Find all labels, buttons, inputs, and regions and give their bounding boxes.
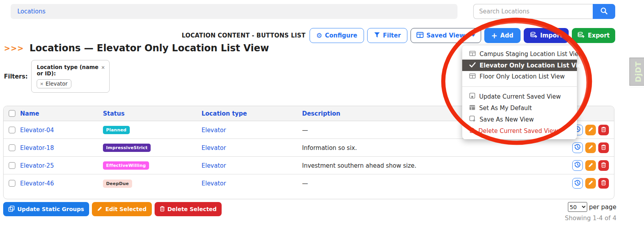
location-name-link[interactable]: Elevator-18 [20, 144, 54, 152]
history-button[interactable] [572, 178, 583, 189]
delete-selected-button[interactable]: Delete Selected [155, 202, 222, 216]
location-type-link[interactable]: Elevator [202, 127, 226, 134]
status-badge: Planned [103, 126, 130, 134]
update-static-groups-label: Update Static Groups [17, 206, 84, 212]
menu-item-save-as-new-view[interactable]: Save As New View [462, 114, 577, 125]
status-badge: ImpressiveStrict [103, 144, 151, 152]
toolbar-context-label: LOCATION CONTENT - BUTTONS LIST [182, 32, 306, 39]
menu-item-label: Save As New View [480, 116, 534, 123]
status-badge: DeepDue [103, 180, 132, 188]
table-row: Elevator-46 DeepDue Elevator — [4, 174, 614, 192]
history-icon [574, 180, 581, 187]
saved-views-button[interactable]: Saved Views [411, 28, 481, 43]
menu-item-label: Campus Staging Location List View [480, 51, 583, 58]
location-name-link[interactable]: Elevator-04 [20, 127, 54, 134]
location-name-link[interactable]: Elevator-46 [20, 180, 54, 187]
table-layout-icon [469, 51, 476, 58]
export-button[interactable]: Export [572, 28, 615, 43]
delete-button[interactable] [598, 178, 609, 189]
menu-item-set-as-default[interactable]: Set As My Default [462, 102, 577, 114]
trash-icon [601, 180, 606, 187]
location-type-link[interactable]: Elevator [202, 162, 226, 169]
per-page-select[interactable]: 50 [568, 202, 587, 212]
menu-item-label: Floor Only Location List View [480, 73, 565, 80]
column-header-location-type[interactable]: Location type [202, 110, 247, 117]
edit-button[interactable] [585, 160, 596, 171]
per-page-label: per page [589, 204, 616, 211]
history-button[interactable] [572, 142, 583, 153]
debug-toolbar-handle[interactable]: DjDT [629, 58, 644, 86]
add-button[interactable]: + Add [484, 28, 521, 43]
chevrons-icon: >>> [4, 44, 24, 52]
column-header-description[interactable]: Description [302, 110, 340, 117]
location-name-link[interactable]: Elevator-25 [20, 162, 54, 169]
filter-group-remove-icon[interactable]: × [101, 65, 105, 70]
description-text: Investment southern ahead show size. [302, 162, 416, 169]
delete-button[interactable] [598, 160, 609, 171]
edit-selected-button[interactable]: Edit Selected [92, 202, 151, 216]
import-button[interactable]: Import [524, 28, 569, 43]
menu-item-floor-only-view[interactable]: Floor Only Location List View [462, 71, 577, 82]
description-text: Information so six. [302, 144, 357, 152]
history-button[interactable] [572, 160, 583, 171]
export-label: Export [588, 32, 610, 39]
breadcrumb-locations-link[interactable]: Locations [17, 8, 45, 15]
search-input[interactable] [473, 4, 593, 19]
trash-icon [601, 144, 606, 151]
edit-button[interactable] [585, 178, 596, 189]
menu-item-elevator-only-view[interactable]: Elevator Only Location List View [462, 60, 577, 71]
saved-views-label: Saved Views [426, 32, 468, 39]
delete-button[interactable] [598, 142, 609, 153]
check-icon [469, 62, 476, 69]
search-button[interactable] [593, 4, 615, 19]
locations-page: Locations LOCATION CONTENT - BUTTONS LIS… [0, 0, 644, 232]
trash-icon [469, 127, 474, 135]
edit-button[interactable] [585, 125, 596, 135]
select-all-checkbox[interactable] [9, 110, 15, 117]
menu-item-update-saved-view[interactable]: Update Current Saved View [462, 91, 577, 102]
bulk-actions: Update Static Groups Edit Selected Delet… [3, 202, 222, 216]
location-type-link[interactable]: Elevator [202, 144, 226, 152]
chip-label: Elevator [45, 80, 67, 87]
row-checkbox[interactable] [9, 180, 15, 187]
pencil-icon [588, 127, 594, 133]
configure-button[interactable]: ⚙ Configure [310, 28, 364, 43]
plus-icon: + [491, 32, 498, 39]
pagination: 50 per page [568, 202, 616, 212]
menu-item-delete-saved-view[interactable]: Delete Current Saved View [462, 125, 577, 137]
description-text: — [302, 180, 308, 187]
description-text: — [302, 127, 308, 134]
column-header-name[interactable]: Name [20, 110, 39, 117]
trash-icon [160, 206, 165, 213]
row-checkbox[interactable] [9, 127, 15, 133]
debug-toolbar-label: DjDT [634, 61, 642, 82]
menu-item-label: Elevator Only Location List View [480, 62, 587, 69]
location-type-link[interactable]: Elevator [202, 180, 226, 187]
column-header-status[interactable]: Status [103, 110, 125, 117]
edit-button[interactable] [585, 142, 596, 153]
save-new-icon [469, 116, 476, 123]
filter-chip-elevator[interactable]: × Elevator [37, 79, 71, 88]
pencil-icon [588, 162, 594, 169]
delete-selected-label: Delete Selected [168, 206, 217, 212]
gear-icon: ⚙ [316, 32, 322, 39]
chevron-down-icon [471, 34, 475, 37]
filters-section: Filters: Location type (name or ID): × ×… [4, 60, 110, 93]
history-icon [574, 144, 581, 152]
pencil-icon [588, 144, 594, 151]
row-checkbox[interactable] [9, 144, 15, 151]
filters-label: Filters: [4, 73, 28, 80]
pencil-icon [97, 206, 103, 213]
save-icon [469, 93, 475, 100]
filter-button[interactable]: Filter [367, 28, 407, 43]
update-static-groups-button[interactable]: Update Static Groups [3, 202, 89, 216]
configure-label: Configure [325, 32, 357, 39]
row-checkbox[interactable] [9, 162, 15, 169]
table-row: Elevator-18 ImpressiveStrict Elevator In… [4, 139, 614, 157]
menu-divider [462, 86, 577, 87]
search-group [473, 4, 615, 19]
menu-item-campus-staging-view[interactable]: Campus Staging Location List View [462, 49, 577, 60]
default-view-icon [469, 105, 475, 112]
toolbar: LOCATION CONTENT - BUTTONS LIST ⚙ Config… [182, 28, 615, 43]
delete-button[interactable] [598, 125, 609, 135]
